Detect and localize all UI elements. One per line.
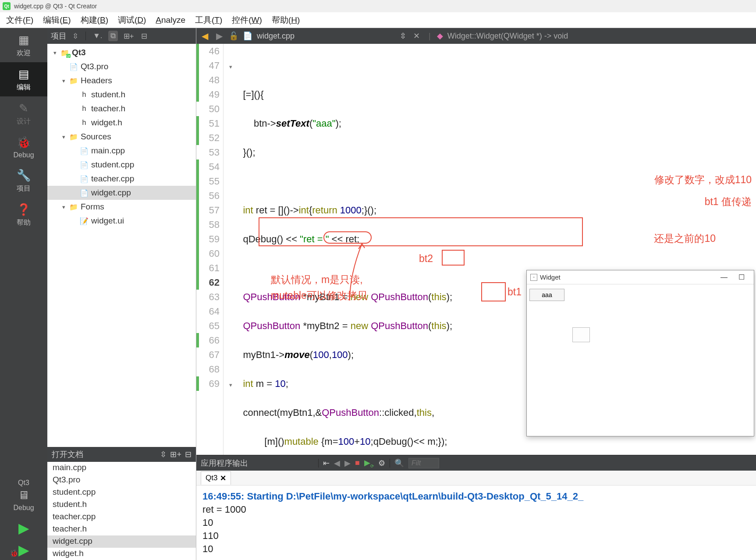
tree-headers[interactable]: ▾📁Headers (47, 74, 196, 88)
menu-widgets[interactable]: 控件(W) (232, 14, 262, 26)
output-tabs: Qt3✕ (196, 471, 756, 486)
output-tab[interactable]: Qt3✕ (201, 471, 231, 485)
search-icon: 🔍 (394, 458, 404, 468)
menu-build[interactable]: 构建(B) (81, 14, 108, 26)
tree-pro-file[interactable]: ·📄Qt3.pro (47, 60, 196, 74)
minimize-icon[interactable]: — (715, 273, 733, 281)
menu-debug[interactable]: 调试(D) (118, 14, 146, 26)
doc-item[interactable]: widget.h (47, 548, 196, 560)
step-icon[interactable]: ⇤ (323, 458, 330, 468)
open-docs-list[interactable]: main.cpp Qt3.pro student.cpp student.h t… (47, 462, 196, 560)
next-icon[interactable]: ▶ (344, 458, 351, 468)
project-tree[interactable]: ▾📁QtQt3 ·📄Qt3.pro ▾📁Headers ·hstudent.h … (47, 44, 196, 447)
close-pane-icon[interactable]: ⊟ (185, 450, 192, 459)
split-icon[interactable]: ⊞+ (170, 450, 181, 459)
mode-projects[interactable]: 🔧项目 (0, 163, 47, 198)
app-window-widget[interactable]: ▫ Widget — ☐ aaa (526, 270, 754, 436)
tree-root[interactable]: ▾📁QtQt3 (47, 46, 196, 60)
tree-file[interactable]: ·📄student.cpp (47, 158, 196, 172)
tree-forms[interactable]: ▾📁Forms (47, 200, 196, 214)
editor-filename[interactable]: widget.cpp (257, 32, 295, 41)
app-window-titlebar[interactable]: ▫ Widget — ☐ (527, 270, 754, 284)
mode-debug[interactable]: 🐞Debug (0, 131, 47, 163)
output-line: 110 (202, 529, 750, 542)
menu-analyze[interactable]: Analyze (156, 15, 185, 25)
line-gutter[interactable]: 46 47 48 49 50 51 52 53 54 55 56 57 58 5… (196, 44, 224, 455)
menu-help[interactable]: 帮助(H) (272, 14, 300, 26)
project-view-label[interactable]: 项目 (51, 31, 67, 41)
close-icon[interactable]: ✕ (411, 31, 422, 41)
lock-icon[interactable]: 🔓 (229, 31, 238, 41)
output-console[interactable]: 16:49:55: Starting D:\PetFile\my-workspa… (196, 486, 756, 560)
run-button[interactable]: ▶ (18, 516, 29, 540)
dropdown-icon[interactable]: ⇳ (71, 32, 80, 41)
dropdown-icon[interactable]: ⇳ (160, 450, 167, 459)
app-window-title: Widget (540, 273, 561, 281)
mode-welcome[interactable]: ▦欢迎 (0, 28, 47, 62)
doc-item[interactable]: teacher.cpp (47, 511, 196, 523)
kit-selector[interactable]: Qt3🖥Debug (0, 474, 47, 516)
debug-run-button[interactable]: ▶🐞 (18, 540, 29, 560)
menu-edit[interactable]: 编辑(E) (43, 14, 71, 26)
doc-item[interactable]: student.cpp (47, 486, 196, 499)
gear-icon[interactable]: ⚙ (378, 458, 385, 468)
mode-edit[interactable]: ▤编辑 (0, 62, 47, 96)
menu-tools[interactable]: 工具(T) (195, 14, 222, 26)
ui-file-icon: 📝 (80, 217, 89, 225)
doc-item-current[interactable]: widget.cpp (47, 535, 196, 548)
output-line: 10 (202, 516, 750, 529)
tree-file[interactable]: ·hstudent.h (47, 88, 196, 102)
menu-bar: 文件(F) 编辑(E) 构建(B) 调试(D) Analyze 工具(T) 控件… (0, 12, 756, 28)
rerun-icon[interactable]: ▶⟳ (364, 458, 374, 468)
prev-icon[interactable]: ◀ (334, 458, 340, 468)
dropdown-icon[interactable]: ⇳ (400, 31, 406, 41)
push-button-aaa[interactable]: aaa (529, 289, 564, 301)
cpp-file-icon: 📄 (80, 189, 89, 197)
tree-file[interactable]: ·hteacher.h (47, 102, 196, 116)
filter-input[interactable] (408, 458, 439, 468)
output-header: 应用程序输出 ⇤ ◀ ▶ ■ ▶⟳ ⚙ 🔍 (196, 455, 756, 471)
doc-item[interactable]: main.cpp (47, 462, 196, 474)
bug-overlay-icon: 🐞 (10, 549, 18, 557)
filter-icon[interactable]: ▼. (92, 32, 104, 40)
grid-icon: ▦ (0, 33, 47, 47)
nav-back-icon[interactable]: ◀ (200, 31, 210, 41)
window-title: widget.cpp @ Qt3 - Qt Creator (14, 3, 97, 10)
push-button-blank[interactable] (572, 327, 590, 342)
split-icon[interactable]: ⊞+ (122, 32, 135, 41)
edit-icon: ▤ (0, 67, 47, 81)
menu-file[interactable]: 文件(F) (6, 14, 33, 26)
doc-item[interactable]: student.h (47, 499, 196, 511)
tree-file-current[interactable]: ·📄widget.cpp (47, 186, 196, 200)
qt-logo-icon: Qt (3, 2, 11, 10)
tree-sources[interactable]: ▾📁Sources (47, 130, 196, 144)
output-line: 16:49:55: Starting D:\PetFile\my-workspa… (202, 490, 750, 503)
maximize-icon[interactable]: ☐ (733, 273, 750, 281)
mode-help[interactable]: ❓帮助 (0, 198, 47, 232)
nav-forward-icon[interactable]: ▶ (214, 31, 224, 41)
folder-icon: 📁 (69, 203, 78, 211)
project-sidebar: 项目 ⇳ ▼. ⧉ ⊞+ ⊟ ▾📁QtQt3 ·📄Qt3.pro ▾📁Heade… (47, 28, 196, 560)
project-toolbar: 项目 ⇳ ▼. ⧉ ⊞+ ⊟ (47, 28, 196, 44)
doc-item[interactable]: teacher.h (47, 523, 196, 535)
close-pane-icon[interactable]: ⊟ (140, 32, 149, 41)
mode-design[interactable]: ✎设计 (0, 96, 47, 131)
tree-file[interactable]: ·📄main.cpp (47, 144, 196, 158)
pencil-icon: ✎ (0, 102, 47, 115)
doc-item[interactable]: Qt3.pro (47, 474, 196, 486)
stop-icon[interactable]: ■ (355, 458, 360, 468)
editor-pane: ◀ ▶ 🔓 📄 widget.cpp ⇳ ✕ | ◆ Widget::Widge… (196, 28, 756, 560)
file-dropdown-icon[interactable]: 📄 (243, 31, 252, 41)
bug-icon: 🐞 (0, 136, 47, 149)
link-icon[interactable]: ⧉ (108, 31, 118, 41)
h-file-icon: h (80, 119, 89, 127)
cpp-file-icon: 📄 (80, 175, 89, 183)
tree-file[interactable]: ·hwidget.h (47, 116, 196, 130)
diamond-icon: ◆ (437, 31, 443, 41)
folder-icon: 📁 (69, 133, 78, 141)
close-icon[interactable]: ✕ (220, 474, 226, 483)
tree-file[interactable]: ·📄teacher.cpp (47, 172, 196, 186)
file-icon: 📄 (69, 63, 78, 71)
tree-file[interactable]: ·📝widget.ui (47, 214, 196, 228)
symbol-breadcrumb[interactable]: Widget::Widget(QWidget *) -> void (447, 32, 568, 41)
